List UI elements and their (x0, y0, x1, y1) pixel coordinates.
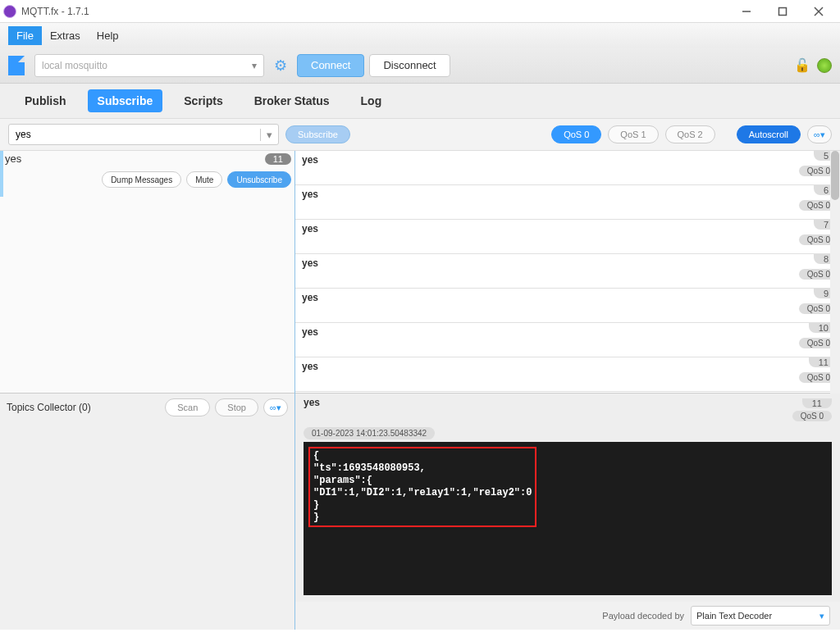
window-maximize[interactable] (765, 0, 801, 23)
message-topic: yes (302, 223, 318, 234)
stop-button[interactable]: Stop (215, 398, 258, 416)
chevron-down-icon: ▾ (819, 611, 824, 621)
scrollbar-thumb[interactable] (831, 151, 839, 200)
connection-bar: local mosquitto ▾ ⚙ Connect Disconnect 🔓 (0, 48, 840, 84)
app-icon (3, 5, 16, 18)
connect-button[interactable]: Connect (297, 54, 364, 77)
tab-subscribe[interactable]: Subscribe (88, 89, 163, 112)
message-row[interactable]: yes8QoS 0 (295, 254, 840, 289)
detail-topic: yes (304, 397, 320, 408)
message-row[interactable]: yes6QoS 0 (295, 185, 840, 220)
message-topic: yes (302, 257, 318, 269)
message-topic: yes (302, 154, 318, 166)
menu-bar: File Extras Help (0, 23, 840, 48)
payload-viewer[interactable]: { "ts":1693548080953, "params":{ "DI1":1… (304, 442, 832, 595)
decoder-select[interactable]: Plain Text Decoder ▾ (691, 606, 830, 626)
chevron-down-icon: ▾ (252, 60, 257, 71)
topic-color-bar (0, 151, 3, 197)
settings-pill-icon[interactable]: ∞▾ (807, 125, 832, 143)
topics-collector-title: Topics Collector (0) (7, 402, 91, 413)
message-row[interactable]: yes9QoS 0 (295, 289, 840, 323)
payload-text: { "ts":1693548080953, "params":{ "DI1":1… (308, 447, 536, 527)
qos-0-button[interactable]: QoS 0 (551, 125, 601, 143)
topic-input[interactable] (9, 129, 260, 140)
subscribed-topics-panel: yes 11 Dump Messages Mute Unsubscribe (0, 151, 294, 394)
message-scrollbar[interactable] (830, 151, 840, 394)
message-row[interactable]: yes7QoS 0 (295, 220, 840, 254)
window-title: MQTT.fx - 1.7.1 (21, 6, 89, 17)
mute-button[interactable]: Mute (186, 171, 222, 188)
menu-help[interactable]: Help (89, 26, 127, 45)
tab-bar: Publish Subscribe Scripts Broker Status … (0, 84, 840, 118)
detail-timestamp: 01-09-2023 14:01:23.50483342 (304, 427, 435, 439)
decoder-value: Plain Text Decoder (696, 611, 772, 621)
lock-open-icon: 🔓 (794, 57, 810, 73)
topics-collector-panel: Topics Collector (0) Scan Stop ∞▾ (0, 394, 294, 630)
subscribed-topic-name: yes (5, 152, 21, 165)
gear-icon[interactable]: ⚙ (269, 57, 292, 75)
tab-broker-status[interactable]: Broker Status (244, 89, 340, 112)
message-count-badge: 11 (265, 153, 291, 165)
message-topic: yes (302, 361, 318, 372)
message-detail-panel: yes 11 QoS 0 01-09-2023 14:01:23.5048334… (295, 394, 840, 630)
connection-status-led (817, 58, 832, 73)
message-row[interactable]: yes11QoS 0 (295, 357, 840, 392)
autoscroll-button[interactable]: Autoscroll (737, 125, 801, 143)
subscribed-topic-item[interactable]: yes 11 Dump Messages Mute Unsubscribe (5, 152, 291, 188)
tab-log[interactable]: Log (351, 89, 392, 112)
profile-file-icon (8, 56, 25, 75)
dump-messages-button[interactable]: Dump Messages (102, 171, 181, 188)
unsubscribe-button[interactable]: Unsubscribe (227, 171, 291, 188)
menu-extras[interactable]: Extras (42, 26, 89, 45)
scan-button[interactable]: Scan (165, 398, 210, 416)
window-close[interactable] (801, 0, 837, 23)
profile-select[interactable]: local mosquitto ▾ (34, 54, 264, 77)
tab-publish[interactable]: Publish (15, 89, 76, 112)
profile-name: local mosquitto (42, 60, 107, 71)
window-minimize[interactable] (728, 0, 765, 23)
subscribe-bar: ▾ Subscribe QoS 0 QoS 1 QoS 2 Autoscroll… (0, 118, 840, 151)
decoder-label: Payload decoded by (602, 611, 684, 621)
qos-2-button[interactable]: QoS 2 (665, 125, 715, 143)
tab-scripts[interactable]: Scripts (174, 89, 232, 112)
message-row[interactable]: yes10QoS 0 (295, 323, 840, 357)
subscribe-button[interactable]: Subscribe (285, 125, 350, 143)
detail-msg-number: 11 (802, 398, 832, 408)
qos-1-button[interactable]: QoS 1 (608, 125, 658, 143)
svg-rect-1 (779, 7, 787, 15)
message-topic: yes (302, 189, 318, 200)
message-topic: yes (302, 292, 318, 303)
detail-qos-badge: QoS 0 (792, 411, 832, 421)
menu-file[interactable]: File (8, 26, 42, 45)
message-topic: yes (302, 326, 318, 338)
window-titlebar: MQTT.fx - 1.7.1 (0, 0, 840, 23)
topic-dropdown[interactable]: ▾ (260, 129, 278, 141)
collector-settings-icon[interactable]: ∞▾ (263, 398, 288, 416)
message-list[interactable]: yes5QoS 0yes6QoS 0yes7QoS 0yes8QoS 0yes9… (295, 151, 840, 394)
message-row[interactable]: yes5QoS 0 (295, 151, 840, 185)
topic-input-wrap: ▾ (8, 124, 279, 145)
disconnect-button[interactable]: Disconnect (369, 54, 450, 77)
